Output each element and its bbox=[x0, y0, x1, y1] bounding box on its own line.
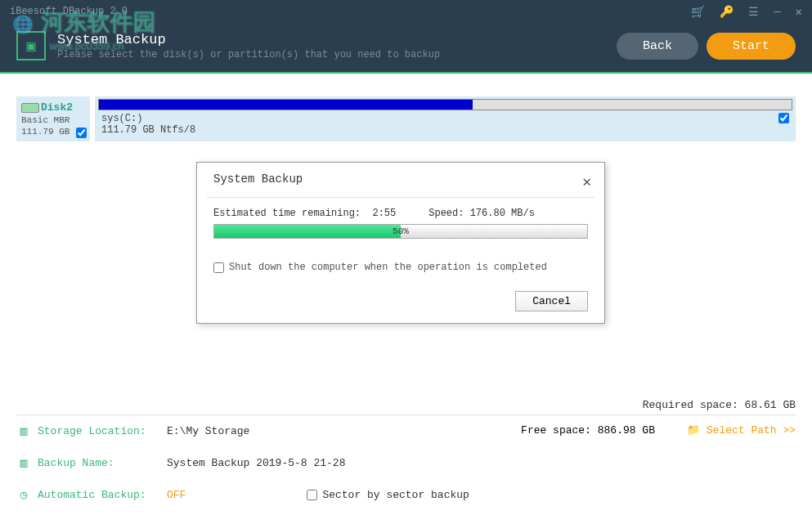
header: ▣ System Backup Please select the disk(s… bbox=[0, 23, 812, 74]
dialog-header: System Backup ✕ bbox=[197, 163, 604, 197]
disk-drive-icon bbox=[21, 103, 39, 113]
storage-location-label: Storage Location: bbox=[38, 425, 160, 437]
content-area: Disk2 Basic MBR 111.79 GB sys(C:) 111.79… bbox=[0, 74, 812, 141]
partition-info: sys(C:) 111.79 GB Ntfs/8 bbox=[98, 110, 792, 138]
tag-icon: ▥ bbox=[16, 455, 31, 471]
shutdown-checkbox[interactable] bbox=[213, 262, 224, 273]
sector-label: Sector by sector backup bbox=[322, 489, 469, 501]
time-remaining-label: Estimated time remaining: bbox=[213, 208, 361, 219]
auto-backup-toggle[interactable]: OFF bbox=[167, 489, 186, 501]
auto-backup-label: Automatic Backup: bbox=[38, 489, 160, 501]
folder-icon: ▥ bbox=[16, 423, 31, 439]
partition-checkbox[interactable] bbox=[778, 113, 789, 123]
start-button[interactable]: Start bbox=[707, 33, 796, 60]
shutdown-option: Shut down the computer when the operatio… bbox=[213, 262, 588, 273]
header-buttons: Back Start bbox=[617, 33, 796, 60]
backup-name-label: Backup Name: bbox=[38, 457, 160, 469]
dialog-body: Estimated time remaining: 2:55 Speed: 17… bbox=[197, 208, 604, 323]
partition-panel[interactable]: sys(C:) 111.79 GB Ntfs/8 bbox=[95, 96, 796, 141]
free-space-value: 886.98 GB bbox=[598, 424, 655, 437]
key-icon[interactable]: 🔑 bbox=[720, 5, 733, 19]
disk-info-panel[interactable]: Disk2 Basic MBR 111.79 GB bbox=[16, 96, 90, 141]
required-space-row: Required space: 68.61 GB bbox=[16, 394, 796, 415]
footer: Required space: 68.61 GB ▥ Storage Locat… bbox=[0, 394, 812, 524]
required-space-label: Required space: bbox=[643, 399, 738, 411]
cancel-button[interactable]: Cancel bbox=[515, 291, 588, 311]
disk-checkbox[interactable] bbox=[76, 128, 87, 138]
partition-usage-bar bbox=[98, 99, 792, 110]
select-path-link[interactable]: 📁 Select Path >> bbox=[687, 424, 796, 437]
disk-type: Basic MBR bbox=[21, 115, 85, 125]
sector-backup-option: Sector by sector backup bbox=[307, 489, 469, 501]
storage-location-value: E:\My Storage bbox=[167, 425, 249, 437]
required-space-value: 68.61 GB bbox=[745, 399, 796, 411]
progress-dialog: System Backup ✕ Estimated time remaining… bbox=[196, 162, 605, 324]
time-remaining-value: 2:55 bbox=[372, 208, 396, 219]
app-title: iBeesoft DBackup 2.0 bbox=[10, 6, 128, 17]
page-title: System Backup bbox=[57, 32, 440, 47]
header-text: System Backup Please select the disk(s) … bbox=[57, 32, 440, 60]
dialog-close-icon[interactable]: ✕ bbox=[582, 172, 591, 190]
progress-info: Estimated time remaining: 2:55 Speed: 17… bbox=[213, 208, 588, 219]
dialog-footer: Cancel bbox=[213, 291, 588, 311]
clock-icon: ◷ bbox=[16, 487, 31, 503]
cart-icon[interactable]: 🛒 bbox=[691, 5, 705, 19]
progress-bar: 50% bbox=[213, 224, 588, 239]
titlebar: iBeesoft DBackup 2.0 🛒 🔑 ☰ — ✕ bbox=[0, 0, 812, 23]
back-button[interactable]: Back bbox=[617, 33, 698, 60]
page-subtitle: Please select the disk(s) or partition(s… bbox=[57, 49, 440, 60]
sector-checkbox[interactable] bbox=[307, 490, 317, 500]
minimize-icon[interactable]: — bbox=[774, 5, 780, 19]
shutdown-label: Shut down the computer when the operatio… bbox=[229, 262, 547, 273]
disk-row: Disk2 Basic MBR 111.79 GB sys(C:) 111.79… bbox=[16, 96, 796, 141]
partition-label: sys(C:) bbox=[101, 113, 195, 124]
titlebar-controls: 🛒 🔑 ☰ — ✕ bbox=[691, 5, 802, 19]
progress-percentage: 50% bbox=[214, 225, 587, 238]
speed-label: Speed: bbox=[428, 208, 464, 219]
header-left: ▣ System Backup Please select the disk(s… bbox=[16, 31, 440, 60]
close-icon[interactable]: ✕ bbox=[796, 5, 802, 19]
auto-backup-row: ◷ Automatic Backup: OFF Sector by sector… bbox=[16, 479, 796, 511]
backup-name-row: ▥ Backup Name: System Backup 2019-5-8 21… bbox=[16, 447, 796, 479]
disk-name: Disk2 bbox=[41, 101, 73, 114]
storage-location-row: ▥ Storage Location: E:\My Storage Free s… bbox=[16, 415, 796, 447]
speed-value: 176.80 MB/s bbox=[470, 208, 535, 219]
partition-details: 111.79 GB Ntfs/8 bbox=[101, 124, 195, 136]
backup-name-value[interactable]: System Backup 2019-5-8 21-28 bbox=[167, 457, 345, 469]
menu-icon[interactable]: ☰ bbox=[748, 5, 759, 19]
free-space-label: Free space: bbox=[521, 424, 591, 437]
dialog-title: System Backup bbox=[213, 172, 303, 190]
system-backup-icon: ▣ bbox=[16, 31, 46, 60]
